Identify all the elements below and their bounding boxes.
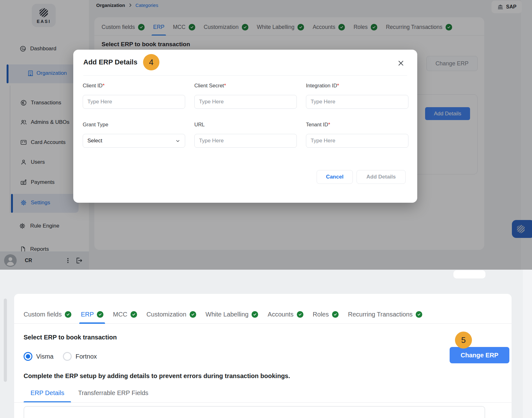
radio-label: Visma [36,353,53,360]
url-input[interactable] [194,134,297,148]
client-secret-input[interactable] [194,95,297,109]
required-asterisk: * [103,83,104,88]
scrollbar-thumb[interactable] [4,299,7,382]
radio-label: Fortnox [75,353,97,360]
radio-fortnox[interactable]: Fortnox [63,352,97,361]
subtab-erp-details[interactable]: ERP Details [24,389,71,402]
client-id-input[interactable] [83,95,185,109]
app-view: Organization Categories SAP [0,0,532,270]
required-asterisk: * [337,83,339,88]
integration-id-input[interactable] [306,95,408,109]
url-field: URL [194,121,297,148]
erp-radio-group: Visma Fortnox [24,352,97,361]
radio-visma[interactable]: Visma [24,352,53,361]
tab-erp[interactable]: ERP [81,311,103,323]
tab-label: White Labelling [206,311,249,318]
tenant-id-label: Tenant ID* [306,121,408,128]
change-erp-button[interactable]: Change ERP [450,347,509,363]
settings-tabs: Custom fields ERP MCC Customization [14,294,512,324]
modal-divider [83,75,407,76]
tab-custom-fields[interactable]: Custom fields [24,311,71,323]
check-icon [65,311,71,318]
check-icon [190,311,196,318]
radio-selected-icon[interactable] [24,352,32,361]
check-icon [252,311,258,318]
cut-off-chip [453,270,485,278]
erp-details-panel [24,406,485,418]
check-icon [416,311,422,318]
tab-recurring-transactions[interactable]: Recurring Transactions [348,311,423,323]
erp-settings-view: Custom fields ERP MCC Customization [0,270,532,418]
subtab-transferrable-erp-fields[interactable]: Transferrable ERP Fields [71,389,155,402]
url-label: URL [194,121,297,128]
close-icon[interactable] [397,59,405,67]
grant-type-field: Grant Type Select [83,121,185,148]
step-badge-4: 4 [143,54,159,70]
tab-mcc[interactable]: MCC [113,311,137,323]
subtab-divider [14,402,512,403]
screenshot-canvas: Organization Categories SAP [0,0,532,418]
grant-type-value: Select [87,138,102,144]
check-icon [97,311,103,318]
client-id-field: Client ID* [83,82,185,109]
erp-subtabs: ERP Details Transferrable ERP Fields [24,389,155,402]
tab-label: Roles [313,311,329,318]
tab-white-labelling[interactable]: White Labelling [206,311,258,323]
tab-roles[interactable]: Roles [313,311,339,323]
check-icon [297,311,303,318]
cancel-button[interactable]: Cancel [317,170,353,184]
client-secret-label: Client Secret* [194,82,297,89]
tenant-id-field: Tenant ID* [306,121,408,148]
tab-label: Accounts [268,311,293,318]
tab-label: ERP [81,311,94,318]
modal-title: Add ERP Details [83,58,137,66]
select-erp-heading: Select ERP to book transaction [24,334,512,341]
tenant-id-input[interactable] [306,134,408,148]
tab-customization[interactable]: Customization [147,311,196,323]
scrollbar-track [523,270,532,418]
tab-label: Recurring Transactions [348,311,413,318]
erp-settings-card: Custom fields ERP MCC Customization [14,294,512,418]
tab-label: Custom fields [24,311,62,318]
radio-unselected-icon[interactable] [63,352,72,361]
required-asterisk: * [328,122,330,127]
integration-id-label: Integration ID* [306,82,408,89]
add-erp-details-modal: Add ERP Details 4 Client ID* Client Secr… [73,50,417,203]
check-icon [130,311,137,318]
tab-accounts[interactable]: Accounts [268,311,303,323]
check-icon [332,311,339,318]
chevron-down-icon [175,138,180,144]
grant-type-select[interactable]: Select [83,134,185,148]
tab-label: Customization [147,311,186,318]
integration-id-field: Integration ID* [306,82,408,109]
step-badge-5: 5 [455,332,472,349]
client-id-label: Client ID* [83,82,185,89]
erp-setup-note: Complete the ERP setup by adding details… [24,372,290,380]
client-secret-field: Client Secret* [194,82,297,109]
grant-type-label: Grant Type [83,121,185,128]
tab-label: MCC [113,311,127,318]
add-details-submit-button[interactable]: Add Details [357,170,406,184]
required-asterisk: * [224,83,226,88]
